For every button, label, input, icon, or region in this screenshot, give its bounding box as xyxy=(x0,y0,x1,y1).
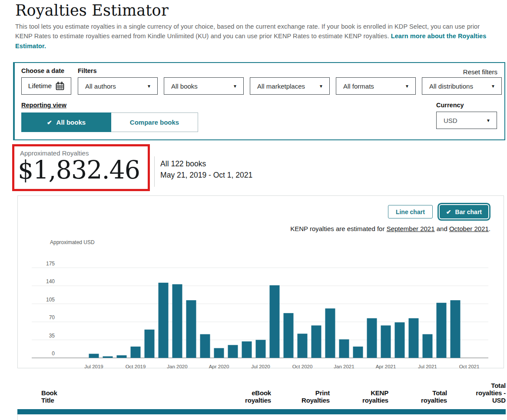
filters-label: Filters xyxy=(78,67,502,74)
svg-text:105: 105 xyxy=(46,296,55,302)
formats-filter-dropdown[interactable]: All formats▼ xyxy=(336,77,416,95)
chevron-down-icon: ▼ xyxy=(147,84,151,89)
line-chart-button[interactable]: Line chart xyxy=(388,205,433,218)
currency-group: Currency USD▼ xyxy=(436,102,497,132)
summary-books-count: All 122 books xyxy=(160,159,252,169)
distributions-filter-value: All distributions xyxy=(429,83,473,90)
check-icon: ✔ xyxy=(446,208,451,215)
bar-chart-button[interactable]: ✔ Bar chart xyxy=(440,205,488,218)
currency-value: USD xyxy=(444,117,457,124)
reset-filters-button[interactable]: Reset filters xyxy=(463,68,497,76)
chevron-down-icon: ▼ xyxy=(233,84,237,89)
marketplaces-filter-dropdown[interactable]: All marketplaces▼ xyxy=(250,77,330,95)
column-header-total-royalties-usd: Total royalties - USD xyxy=(447,382,506,404)
page-description: This tool lets you estimate royalties in… xyxy=(15,22,498,51)
summary-meta: All 122 books May 21, 2019 - Oct 1, 2021 xyxy=(155,144,252,191)
royalties-summary: Approximated Royalties $1,832.46 All 122… xyxy=(12,144,507,191)
choose-date-label: Choose a date xyxy=(21,67,71,74)
svg-text:Jan 2020: Jan 2020 xyxy=(167,364,187,369)
chart-panel: Line chart ✔ Bar chart KENP royalties ar… xyxy=(17,195,504,368)
svg-text:70: 70 xyxy=(49,314,55,321)
books-filter-dropdown[interactable]: All books▼ xyxy=(164,77,244,95)
annotation-highlight-box: Approximated Royalties $1,832.46 xyxy=(12,144,150,191)
calendar-icon xyxy=(56,82,64,90)
chevron-down-icon: ▼ xyxy=(486,118,490,123)
filter-panel: Choose a date Lifetime Filters xyxy=(13,62,505,140)
tab-compare-books-label: Compare books xyxy=(130,119,179,126)
books-filter-value: All books xyxy=(171,83,198,90)
chevron-down-icon: ▼ xyxy=(405,84,409,89)
distributions-filter-dropdown[interactable]: All distributions▼ xyxy=(422,77,502,95)
column-header-total-royalties: Total royalties xyxy=(388,390,447,404)
royalties-table: Book Title eBook royalties Print Royalti… xyxy=(17,382,506,420)
tab-all-books-label: All books xyxy=(56,119,86,126)
marketplaces-filter-value: All marketplaces xyxy=(257,83,305,90)
svg-text:140: 140 xyxy=(46,278,55,284)
october-2021-link[interactable]: October 2021 xyxy=(449,225,489,232)
svg-text:Oct 2021: Oct 2021 xyxy=(459,364,480,369)
kenp-note-text: . xyxy=(489,225,490,232)
kenp-estimate-note: KENP royalties are estimated for Septemb… xyxy=(31,225,490,232)
svg-text:175: 175 xyxy=(46,260,55,266)
svg-text:Oct 2020: Oct 2020 xyxy=(292,364,313,369)
formats-filter-value: All formats xyxy=(343,83,374,90)
kenp-note-text: KENP royalties are estimated for xyxy=(290,225,386,232)
summary-date-range: May 21, 2019 - Oct 1, 2021 xyxy=(160,170,252,181)
table-row[interactable]: All 122 books $0.00 $1,832.46 $0.00 $1,8… xyxy=(17,414,506,420)
reporting-view-group: Reporting view ✔ All books Compare books xyxy=(21,102,198,132)
approximated-royalties-amount: $1,832.46 xyxy=(18,157,140,184)
svg-text:Oct 2019: Oct 2019 xyxy=(126,364,146,369)
svg-text:Jul 2019: Jul 2019 xyxy=(84,364,103,369)
svg-text:Jul 2020: Jul 2020 xyxy=(251,364,270,369)
reporting-view-tabs: ✔ All books Compare books xyxy=(21,112,198,132)
svg-text:Jan 2021: Jan 2021 xyxy=(334,364,354,369)
reporting-row: Reporting view ✔ All books Compare books… xyxy=(21,102,498,132)
royalties-estimator-page: Royalties Estimator This tool lets you e… xyxy=(0,2,507,420)
filters-group: Filters All authors▼ All books▼ All mark… xyxy=(78,67,502,95)
svg-text:Jul 2021: Jul 2021 xyxy=(418,364,437,369)
chart-type-controls: Line chart ✔ Bar chart xyxy=(31,205,490,219)
september-2021-link[interactable]: September 2021 xyxy=(387,225,435,232)
date-group: Choose a date Lifetime xyxy=(21,67,71,95)
date-range-value: Lifetime xyxy=(28,82,52,90)
kenp-note-text: and xyxy=(435,225,449,232)
authors-filter-dropdown[interactable]: All authors▼ xyxy=(78,77,158,95)
bar-chart-button-label: Bar chart xyxy=(455,208,482,215)
column-header-kenp-royalties: KENP royalties xyxy=(330,390,388,404)
y-axis-label: Approximated USD xyxy=(50,239,490,245)
chevron-down-icon: ▼ xyxy=(491,84,495,89)
table-header-divider-bar xyxy=(17,409,506,414)
column-header-ebook-royalties: eBook royalties xyxy=(212,390,271,404)
filter-row: Choose a date Lifetime Filters xyxy=(21,67,498,95)
table-header: Book Title eBook royalties Print Royalti… xyxy=(17,382,506,404)
tab-compare-books[interactable]: Compare books xyxy=(111,112,198,132)
svg-text:Apr 2021: Apr 2021 xyxy=(376,364,396,369)
svg-text:Apr 2020: Apr 2020 xyxy=(209,364,229,369)
chevron-down-icon: ▼ xyxy=(319,84,323,89)
column-header-print-royalties: Print Royalties xyxy=(271,390,330,404)
svg-text:35: 35 xyxy=(49,332,55,338)
check-icon: ✔ xyxy=(47,119,52,126)
svg-text:0: 0 xyxy=(52,351,55,357)
royalties-bar-chart: 03570105140175Jul 2019Oct 2019Jan 2020Ap… xyxy=(31,246,490,373)
authors-filter-value: All authors xyxy=(85,83,116,90)
filter-dropdowns: All authors▼ All books▼ All marketplaces… xyxy=(78,77,502,95)
column-header-book-title: Book Title xyxy=(17,390,212,404)
currency-dropdown[interactable]: USD▼ xyxy=(436,112,497,129)
date-range-picker[interactable]: Lifetime xyxy=(21,77,71,95)
tab-all-books[interactable]: ✔ All books xyxy=(21,112,111,132)
reporting-view-label: Reporting view xyxy=(21,102,198,109)
currency-label: Currency xyxy=(436,102,497,109)
page-title: Royalties Estimator xyxy=(15,2,507,19)
